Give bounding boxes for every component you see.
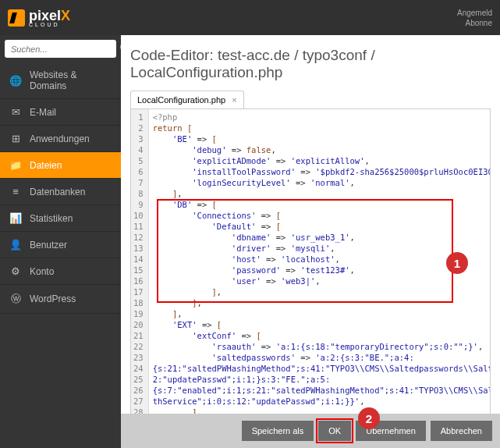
app-header: pixelX CLOUD Angemeld Abonne [0,0,500,35]
menu-label: Dateien [30,160,62,171]
sidebar-item-8[interactable]: ⓦWordPress [0,285,121,314]
brand-x: X [61,8,70,23]
menu-label: Benutzer [30,240,67,251]
menu-label: Konto [30,266,54,277]
main-content: Code-Editor: test-acc.de / typo3conf / L… [121,35,500,448]
logo-icon [8,9,25,27]
menu-icon: ≡ [9,186,22,197]
cancel-button[interactable]: Abbrechen [431,421,492,441]
menu-icon: 👤 [9,239,22,251]
menu-icon: 🌐 [9,75,22,87]
footer-buttons: Speichern als OK Übernehmen Abbrechen [121,414,500,448]
sidebar-menu: 🌐Websites & Domains✉E-Mail⊞Anwendungen📁D… [0,62,121,314]
line-gutter: 1234567891011121314151617181920212223242… [131,109,149,418]
code-area[interactable]: <?phpreturn [ 'BE' => [ 'debug' => false… [149,109,491,418]
save-as-button[interactable]: Speichern als [242,421,314,441]
search-box[interactable]: 🔍 [5,40,116,58]
menu-label: Datenbanken [30,187,85,197]
menu-icon: 📊 [9,212,22,224]
sidebar-item-6[interactable]: 👤Benutzer [0,232,121,258]
menu-label: WordPress [30,293,76,304]
sidebar-item-3[interactable]: 📁Dateien [0,152,121,179]
sidebar-item-4[interactable]: ≡Datenbanken [0,179,121,205]
sidebar-item-0[interactable]: 🌐Websites & Domains [0,62,121,99]
sidebar-item-7[interactable]: ⚙Konto [0,258,121,285]
menu-label: Statistiken [30,213,73,224]
sidebar-item-1[interactable]: ✉E-Mail [0,99,121,126]
search-input[interactable] [11,44,119,54]
page-title: Code-Editor: test-acc.de / typo3conf / L… [130,47,491,81]
tab-label: LocalConfiguration.php [137,95,225,105]
sidebar: 🔍 🌐Websites & Domains✉E-Mail⊞Anwendungen… [0,35,121,448]
menu-icon: ⚙ [9,265,22,277]
menu-icon: 📁 [9,159,22,171]
sidebar-item-5[interactable]: 📊Statistiken [0,205,121,232]
menu-label: Websites & Domains [30,69,112,91]
code-editor[interactable]: 1234567891011121314151617181920212223242… [130,108,491,419]
sidebar-item-2[interactable]: ⊞Anwendungen [0,126,121,152]
menu-icon: ✉ [9,106,22,118]
apply-button[interactable]: Übernehmen [356,421,426,441]
logo: pixelX CLOUD [8,8,70,27]
menu-label: E-Mail [30,107,56,118]
menu-icon: ⓦ [9,292,22,306]
editor-tab[interactable]: LocalConfiguration.php × [130,91,244,108]
menu-label: Anwendungen [30,133,90,144]
menu-icon: ⊞ [9,133,22,144]
close-icon[interactable]: × [232,95,236,105]
header-status: Angemeld Abonne [457,8,492,28]
ok-button[interactable]: OK [318,421,351,441]
brand-text: pixel [29,8,61,23]
